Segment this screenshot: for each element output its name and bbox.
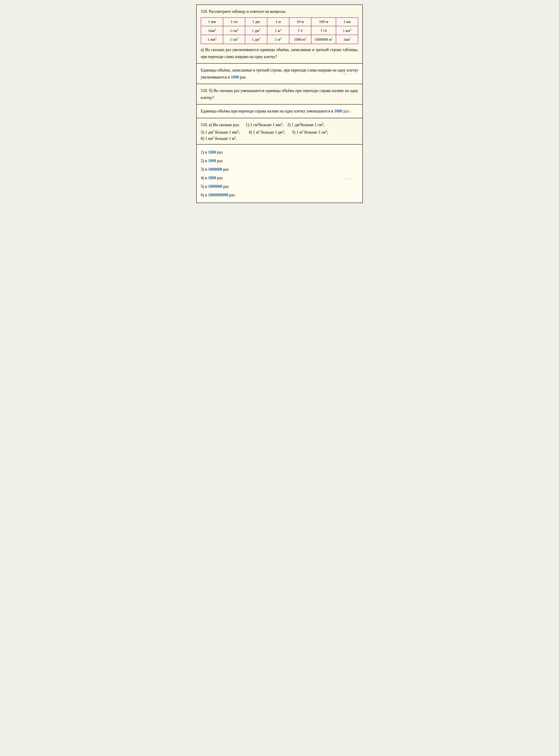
table-cell: 1км3 (336, 35, 358, 44)
answer-b-highlight: 1000 (334, 109, 342, 113)
answer-a-after: раз. (239, 75, 246, 79)
table-cell: 1 дм3 (245, 35, 267, 44)
table-cell: 1 см2 (223, 26, 245, 35)
table-cell: 1000000 м3 (311, 35, 336, 44)
table-cell: 1 мм3 (201, 35, 223, 44)
answer-v-item-1: 1) в 1000 раз (201, 148, 358, 156)
answer-v-item-4: 4) в 1000 раз (201, 174, 358, 182)
sub-q-a-text: а) Во сколько раз увеличиваются единицы … (201, 47, 358, 59)
answer-b-after: раз. (342, 109, 350, 113)
section-question-510v: 510. в) Во сколько раз: 1) 1 см3больше 1… (197, 118, 362, 145)
q510v-text3: 6) 1 км3 больше 1 м3. (201, 136, 237, 141)
page-container: 510. Рассмотрите таблицу и ответьте на в… (196, 4, 363, 203)
q510-text: 510. Рассмотрите таблицу и ответьте на в… (201, 9, 286, 14)
table-cell: 1 км2 (336, 26, 358, 35)
table-cell: 1 см (223, 18, 245, 26)
table-cell: 1 м2 (267, 26, 289, 35)
q510b-text: 510. б) Во сколько раз уменьшаются едини… (201, 88, 358, 100)
answer-v-6-val: 1000000000 (208, 193, 228, 197)
answer-v-1-val: 1000 (208, 150, 216, 155)
answer-510b-text: Единицы объёма при переходе справа налев… (201, 108, 358, 115)
table-row: 1 мм 1 см 1 дм 1 м 10 м 100 м 1 км (201, 18, 358, 26)
question-510v-intro: 510. в) Во сколько раз: 1) 1 см3больше 1… (201, 121, 358, 128)
q510v-text2: 3) 1 дм3 больше 1 мм3; 4) 1 м3 больше 1 … (201, 130, 328, 135)
answer-a-highlight: 1000 (231, 75, 239, 79)
table-cell: 1 а (289, 26, 311, 35)
table-cell: 10 м (289, 18, 311, 26)
measure-table: 1 мм 1 см 1 дм 1 м 10 м 100 м 1 км 1мм2 … (201, 17, 358, 44)
sub-question-a: а) Во сколько раз увеличиваются единицы … (201, 46, 358, 60)
section-answer-510a: Единицы объёма, записанные в третьей стр… (197, 64, 362, 84)
q510v-intro: 510. в) Во сколько раз: 1) 1 см3больше 1… (201, 122, 324, 127)
answer-v-4-val: 1000 (208, 175, 216, 180)
table-cell: 1мм2 (201, 26, 223, 35)
answer-v-5-val: 1000000 (208, 184, 222, 189)
table-cell: 1 дм2 (245, 26, 267, 35)
q510v-line2: 3) 1 дм3 больше 1 мм3; 4) 1 м3 больше 1 … (201, 130, 358, 135)
answer-v-item-3: 3) в 1000000 раз (201, 165, 358, 173)
table-cell: 100 м (311, 18, 336, 26)
answer-v-3-val: 1000000 (208, 167, 222, 171)
answer-v-item-2: 2) в 1000 раз (201, 157, 358, 165)
answer-510a-text: Единицы объёма, записанные в третьей стр… (201, 67, 358, 80)
answer-510v-list: 1) в 1000 раз 2) в 1000 раз 3) в 1000000… (201, 148, 358, 199)
section-question-510b: 510. б) Во сколько раз уменьшаются едини… (197, 84, 362, 104)
answer-v-item-5: 5) в 1000000 раз (201, 182, 358, 190)
table-cell: 1 м (267, 18, 289, 26)
table-cell: 1000 м3 (289, 35, 311, 44)
answer-v-2-val: 1000 (208, 159, 216, 163)
answer-a-before: Единицы объёма, записанные в третьей стр… (201, 68, 358, 79)
section-answer-510b: Единицы объёма при переходе справа налев… (197, 104, 362, 118)
section-answer-510v: 1) в 1000 раз 2) в 1000 раз 3) в 1000000… (197, 145, 362, 203)
table-row: 1мм2 1 см2 1 дм2 1 м2 1 а 1 га 1 км2 (201, 26, 358, 35)
answer-b-before: Единицы объёма при переходе справа налев… (201, 109, 334, 113)
question-510-title: 510. Рассмотрите таблицу и ответьте на в… (201, 8, 358, 15)
answer-v-item-6: 6) в 1000000000 раз (201, 191, 358, 199)
q510v-line3: 6) 1 км3 больше 1 м3. (201, 136, 358, 141)
table-cell: 1 км (336, 18, 358, 26)
table-cell: 1 дм (245, 18, 267, 26)
table-cell: 1 мм (201, 18, 223, 26)
table-cell: 1 см3 (223, 35, 245, 44)
question-510b-text: 510. б) Во сколько раз уменьшаются едини… (201, 87, 358, 101)
table-cell: 1 м3 (267, 35, 289, 44)
table-cell: 1 га (311, 26, 336, 35)
section-question-510: 510. Рассмотрите таблицу и ответьте на в… (197, 5, 362, 64)
table-row: 1 мм3 1 см3 1 дм3 1 м3 1000 м3 1000000 м… (201, 35, 358, 44)
